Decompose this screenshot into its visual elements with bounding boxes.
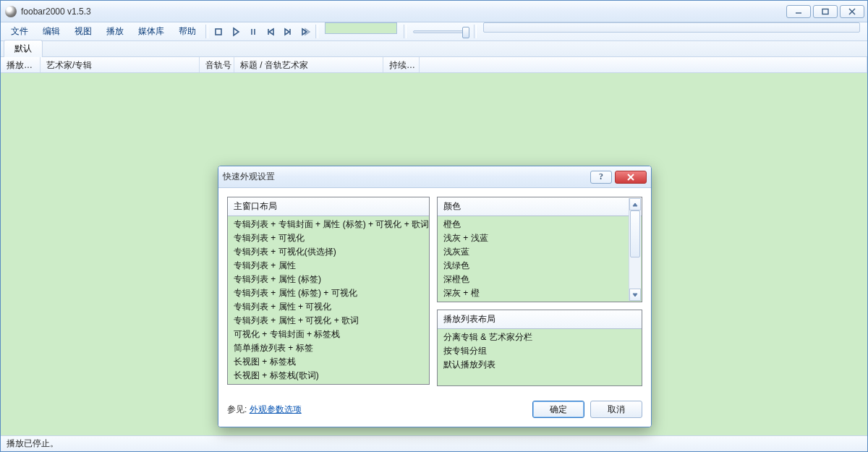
list-item[interactable]: 深灰 + 橙 — [438, 286, 629, 300]
list-item[interactable]: 按专辑分组 — [438, 344, 642, 358]
playlist-area: 快速外观设置 ? 主窗口布局 专辑列表 + 专辑封面 + 属性 (标签) + 可… — [1, 73, 867, 435]
menu-file[interactable]: 文件 — [4, 25, 35, 38]
dialog-close-button[interactable] — [615, 171, 647, 184]
scroll-thumb[interactable] — [630, 210, 640, 257]
layout-pane: 主窗口布局 专辑列表 + 专辑封面 + 属性 (标签) + 可视化 + 歌词 专… — [227, 197, 430, 385]
see-also: 参见: 外观参数选项 — [227, 404, 302, 416]
col-playing[interactable]: 播放… — [1, 57, 41, 72]
list-item[interactable]: 专辑列表 + 可视化(供选择) — [228, 245, 429, 259]
list-item[interactable]: 专辑列表 + 属性 + 可视化 — [228, 300, 429, 314]
menu-edit[interactable]: 编辑 — [35, 25, 67, 38]
volume-thumb[interactable] — [462, 27, 469, 38]
col-artist-album[interactable]: 艺术家/专辑 — [41, 57, 200, 72]
right-column: 颜色 橙色 浅灰 + 浅蓝 浅灰蓝 浅绿色 深橙色 深灰 + 橙 — [437, 197, 642, 386]
list-item[interactable]: 专辑列表 + 属性 (标签) + 可视化 — [228, 286, 429, 300]
column-headers: 播放… 艺术家/专辑 音轨号 标题 / 音轨艺术家 持续… — [1, 57, 867, 73]
scroll-down-icon[interactable] — [629, 289, 641, 301]
menubar: 文件 编辑 视图 播放 媒体库 帮助 — [1, 22, 867, 41]
list-item[interactable]: 深橙色 — [438, 273, 629, 286]
ok-button[interactable]: 确定 — [532, 401, 584, 418]
list-item[interactable]: 长视图 + 标签栈(歌词) — [228, 369, 429, 383]
colors-pane-header: 颜色 — [438, 197, 642, 216]
list-item[interactable]: 专辑列表 + 属性 — [228, 259, 429, 273]
svg-rect-4 — [216, 29, 221, 35]
menu-view[interactable]: 视图 — [67, 25, 99, 38]
layout-pane-header: 主窗口布局 — [228, 197, 429, 216]
dialog-body: 主窗口布局 专辑列表 + 专辑封面 + 属性 (标签) + 可视化 + 歌词 专… — [218, 188, 651, 395]
status-text: 播放已停止。 — [7, 438, 59, 450]
playlist-layout-header: 播放列表布局 — [438, 310, 642, 329]
col-trackno[interactable]: 音轨号 — [200, 57, 234, 72]
colors-scrollbar[interactable] — [629, 198, 641, 301]
menu-list: 文件 编辑 视图 播放 媒体库 帮助 — [4, 22, 203, 40]
menu-library[interactable]: 媒体库 — [131, 25, 171, 38]
tab-default[interactable]: 默认 — [4, 40, 43, 57]
list-item[interactable]: 专辑列表 + 属性 + 可视化 + 歌词 — [228, 314, 429, 328]
svg-rect-1 — [822, 9, 828, 14]
list-item[interactable]: 默认播放列表 — [438, 358, 642, 372]
visualization-box — [325, 22, 397, 34]
list-item[interactable]: 分离专辑 & 艺术家分栏 — [438, 331, 642, 344]
playlist-layout-pane: 播放列表布局 分离专辑 & 艺术家分栏 按专辑分组 默认播放列表 — [437, 310, 642, 386]
prev-icon[interactable] — [263, 25, 278, 39]
pause-icon[interactable] — [245, 25, 261, 39]
statusbar: 播放已停止。 — [1, 435, 867, 451]
col-duration[interactable]: 持续… — [383, 57, 420, 72]
stop-icon[interactable] — [210, 25, 226, 39]
quick-appearance-dialog: 快速外观设置 ? 主窗口布局 专辑列表 + 专辑封面 + 属性 (标签) + 可… — [218, 166, 652, 427]
titlebar: foobar2000 v1.5.3 — [1, 1, 867, 22]
random-icon[interactable] — [297, 25, 313, 39]
minimize-button[interactable] — [786, 5, 811, 18]
toolbar-divider — [474, 25, 477, 38]
play-icon[interactable] — [228, 25, 244, 39]
list-item[interactable]: 浅绿色 — [438, 259, 629, 273]
list-item[interactable]: 浅灰 + 浅蓝 — [438, 231, 629, 245]
col-title[interactable]: 标题 / 音轨艺术家 — [234, 57, 383, 72]
next-icon[interactable] — [280, 25, 296, 39]
volume-slider[interactable] — [413, 22, 467, 40]
menu-help[interactable]: 帮助 — [171, 25, 203, 38]
playlist-tabstrip: 默认 — [1, 41, 867, 57]
layout-list[interactable]: 专辑列表 + 专辑封面 + 属性 (标签) + 可视化 + 歌词 专辑列表 + … — [228, 216, 429, 384]
main-window: foobar2000 v1.5.3 文件 编辑 视图 播放 媒体库 帮助 — [0, 0, 868, 452]
seekbar[interactable] — [483, 22, 860, 33]
see-link[interactable]: 外观参数选项 — [250, 404, 302, 414]
scroll-up-icon[interactable] — [629, 198, 641, 210]
app-icon — [5, 6, 17, 17]
toolbar-divider — [404, 25, 407, 38]
list-item[interactable]: 专辑列表 + 专辑封面 + 属性 (标签) + 可视化 + 歌词 — [228, 218, 429, 231]
col-spacer — [420, 57, 867, 72]
scroll-track[interactable] — [629, 210, 641, 289]
list-item[interactable]: 简单播放列表 + 标签 — [228, 341, 429, 355]
menu-playback[interactable]: 播放 — [99, 25, 131, 38]
colors-list[interactable]: 橙色 浅灰 + 浅蓝 浅灰蓝 浅绿色 深橙色 深灰 + 橙 — [438, 216, 642, 302]
maximize-button[interactable] — [813, 5, 838, 18]
list-item[interactable]: 橙色 — [438, 218, 629, 231]
toolbar-divider — [315, 25, 318, 38]
dialog-titlebar: 快速外观设置 ? — [218, 166, 651, 188]
list-item[interactable]: 长视图 + 标签栈 — [228, 355, 429, 369]
toolbar-divider — [205, 25, 208, 38]
list-item[interactable]: 可视化 + 专辑封面 + 标签栈 — [228, 328, 429, 341]
colors-pane: 颜色 橙色 浅灰 + 浅蓝 浅灰蓝 浅绿色 深橙色 深灰 + 橙 — [437, 197, 642, 302]
list-item[interactable]: 专辑列表 + 可视化 — [228, 231, 429, 245]
dialog-title: 快速外观设置 — [223, 171, 590, 183]
playback-controls — [210, 22, 313, 40]
playlist-layout-list[interactable]: 分离专辑 & 艺术家分栏 按专辑分组 默认播放列表 — [438, 329, 642, 385]
cancel-button[interactable]: 取消 — [590, 401, 642, 418]
see-label: 参见: — [227, 404, 247, 414]
list-item[interactable]: 浅灰蓝 — [438, 245, 629, 259]
dialog-help-button[interactable]: ? — [590, 171, 612, 184]
window-buttons — [786, 5, 864, 18]
dialog-footer: 参见: 外观参数选项 确定 取消 — [218, 395, 651, 427]
list-item[interactable]: 专辑列表 + 属性 (标签) — [228, 273, 429, 286]
close-button[interactable] — [840, 5, 864, 18]
window-title: foobar2000 v1.5.3 — [21, 7, 786, 17]
